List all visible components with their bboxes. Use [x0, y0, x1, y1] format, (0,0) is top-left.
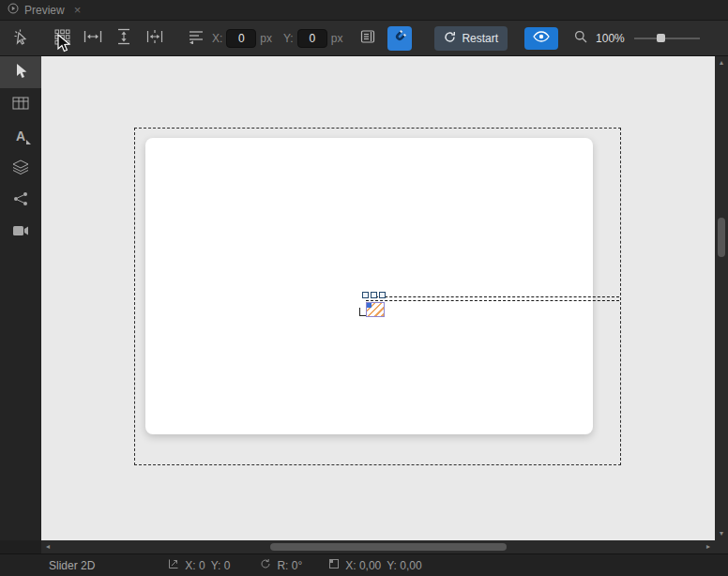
status-pos-x: X: 0 — [185, 559, 205, 572]
fit-height-icon — [117, 28, 130, 48]
component-chip — [367, 303, 372, 308]
status-bar: Slider 2D X: 0 Y: 0 R: 0° X: 0,00 Y: 0,0… — [0, 553, 728, 576]
rotation-group: R: 0° — [260, 558, 302, 572]
selection-handle[interactable] — [379, 292, 386, 298]
scroll-down-icon[interactable]: ▾ — [715, 527, 728, 540]
status-coord-y: Y: 0,00 — [387, 559, 421, 572]
position-icon — [168, 558, 179, 572]
fit-selection-icon — [146, 28, 163, 48]
visibility-toggle[interactable] — [524, 27, 558, 50]
fit-selection-button[interactable] — [142, 25, 168, 52]
node-graph-icon — [13, 191, 28, 209]
edit-annotations-button[interactable] — [356, 25, 380, 52]
zoom-icon — [574, 30, 587, 46]
fit-width-button[interactable] — [80, 25, 106, 52]
zoom-button[interactable] — [571, 25, 590, 52]
sidebar-item-select-tool[interactable] — [0, 56, 41, 88]
status-coord-x: X: 0,00 — [345, 559, 381, 572]
sidebar-item-camera-tool[interactable] — [0, 216, 41, 248]
grid-snap-button[interactable] — [49, 25, 75, 52]
selection-handle[interactable] — [362, 292, 369, 298]
scrollbar-corner — [715, 540, 728, 553]
x-position-input[interactable] — [226, 29, 256, 48]
cursor-icon — [15, 63, 27, 82]
zoom-slider-handle[interactable] — [657, 34, 665, 42]
tab-label: Preview — [24, 4, 65, 17]
table-icon — [12, 97, 29, 113]
tab-preview[interactable]: Preview × — [0, 0, 88, 21]
y-field-label: Y: — [283, 32, 294, 45]
anchors-icon — [188, 29, 205, 47]
y-unit-label: px — [331, 32, 343, 45]
picker-icon — [12, 28, 29, 48]
y-position-input[interactable] — [297, 29, 327, 48]
scroll-up-icon[interactable]: ▴ — [715, 56, 728, 69]
preview-surface[interactable] — [145, 138, 593, 434]
sidebar-item-table-tool[interactable] — [0, 88, 41, 120]
sidebar-item-text-tool[interactable]: A — [0, 120, 41, 152]
zoom-level-label: 100% — [596, 32, 625, 45]
magnet-icon — [392, 29, 407, 47]
rotation-icon — [260, 558, 271, 572]
grid-icon — [54, 29, 70, 48]
horizontal-scrollbar[interactable]: ◂ ▸ — [41, 540, 715, 553]
top-toolbar: X: px Y: px — [0, 21, 728, 56]
sidebar-item-connections-tool[interactable] — [0, 184, 41, 216]
position-group: X: 0 Y: 0 — [168, 558, 230, 572]
restart-label: Restart — [462, 32, 498, 45]
sidebar-item-layers-tool[interactable] — [0, 152, 41, 184]
fit-width-icon — [83, 30, 102, 46]
fit-height-button[interactable] — [111, 25, 137, 52]
edit-list-icon — [360, 29, 375, 47]
refresh-icon — [444, 31, 456, 46]
status-rotation: R: 0° — [277, 559, 302, 572]
design-canvas[interactable] — [41, 56, 715, 540]
restart-button[interactable]: Restart — [434, 26, 508, 51]
close-icon[interactable]: × — [74, 3, 82, 17]
x-unit-label: px — [260, 32, 272, 45]
vertical-scrollbar[interactable]: ▴ ▾ — [715, 56, 728, 540]
selection-bounds — [366, 296, 619, 301]
snap-magnet-toggle[interactable] — [387, 26, 412, 51]
horizontal-scroll-thumb[interactable] — [270, 543, 507, 551]
text-style-icon: A — [16, 129, 25, 143]
selected-item-name: Slider 2D — [49, 559, 95, 572]
tab-bar: Preview × — [0, 0, 728, 21]
x-field-label: X: — [212, 32, 222, 45]
camera-icon — [12, 225, 29, 239]
selection-handle[interactable] — [371, 292, 377, 298]
zoom-slider-track — [634, 38, 700, 39]
anchors-button[interactable] — [183, 25, 209, 52]
zoom-slider[interactable] — [634, 25, 700, 52]
slider2d-component[interactable] — [366, 302, 385, 317]
scroll-right-icon[interactable]: ▸ — [702, 540, 715, 553]
eye-icon — [533, 31, 550, 45]
coordinates-group: X: 0,00 Y: 0,00 — [328, 558, 421, 572]
layers-icon — [12, 159, 29, 177]
bounds-icon — [328, 558, 340, 572]
status-pos-y: Y: 0 — [211, 559, 231, 572]
vertical-scroll-thumb[interactable] — [718, 218, 725, 257]
picker-tool-button[interactable] — [8, 25, 34, 52]
anchor-corner-mark — [359, 308, 366, 316]
scroll-left-icon[interactable]: ◂ — [41, 540, 54, 553]
play-circle-icon — [8, 3, 19, 17]
tool-sidebar: A — [0, 56, 41, 540]
